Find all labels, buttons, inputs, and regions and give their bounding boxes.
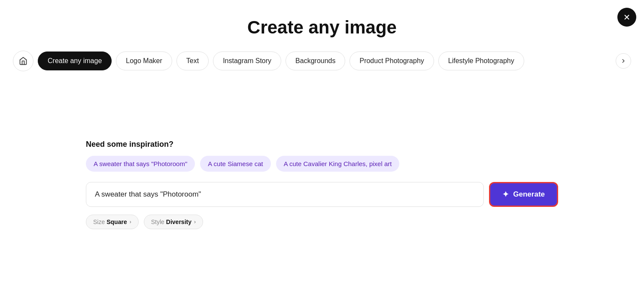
style-option[interactable]: Style Diversity › [144,215,203,229]
tab-backgrounds[interactable]: Backgrounds [286,52,345,70]
sparkle-icon: ✦ [502,190,509,199]
tab-text[interactable]: Text [176,52,209,70]
size-option[interactable]: Size Square › [86,215,139,229]
inspiration-chip-1[interactable]: A sweater that says "Photoroom" [86,156,195,172]
nav-bar: Create any image Logo Maker Text Instagr… [0,51,644,71]
options-row: Size Square › Style Diversity › [86,215,558,229]
nav-scroll-right[interactable] [616,53,631,69]
tab-create-any-image[interactable]: Create any image [38,52,112,70]
style-label-muted: Style [151,218,164,225]
generate-label: Generate [513,190,545,199]
image-prompt-input[interactable] [86,182,484,207]
close-button[interactable] [617,8,636,27]
tab-product-photography[interactable]: Product Photography [349,52,434,70]
inspiration-chip-3[interactable]: A cute Cavalier King Charles, pixel art [276,156,400,172]
input-row: ✦ Generate [86,182,558,207]
inspiration-label: Need some inspiration? [86,140,558,149]
tab-instagram-story[interactable]: Instagram Story [213,52,281,70]
size-label-bold: Square [106,218,127,225]
tab-logo-maker[interactable]: Logo Maker [116,52,172,70]
page-title: Create any image [0,0,644,51]
main-content: Need some inspiration? A sweater that sa… [0,140,644,229]
style-label-bold: Diversity [166,218,191,225]
size-chevron-icon: › [130,219,131,225]
home-button[interactable] [13,51,33,71]
generate-button[interactable]: ✦ Generate [489,182,558,207]
inspiration-chip-2[interactable]: A cute Siamese cat [200,156,270,172]
inspiration-chips: A sweater that says "Photoroom" A cute S… [86,156,558,172]
style-chevron-icon: › [194,219,196,225]
tab-lifestyle-photography[interactable]: Lifestyle Photography [438,52,524,70]
size-label-muted: Size [93,218,105,225]
